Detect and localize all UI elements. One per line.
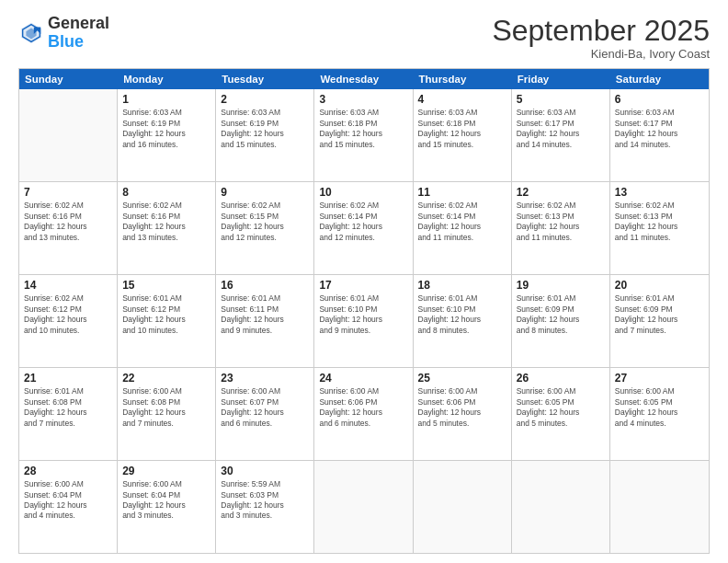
- day-cell-1: 1Sunrise: 6:03 AM Sunset: 6:19 PM Daylig…: [118, 89, 216, 181]
- calendar-week-2: 7Sunrise: 6:02 AM Sunset: 6:16 PM Daylig…: [19, 182, 709, 275]
- day-number: 7: [24, 186, 112, 199]
- logo-general-text: General: [48, 14, 109, 32]
- day-cell-16: 16Sunrise: 6:01 AM Sunset: 6:11 PM Dayli…: [216, 275, 314, 367]
- logo-text: General Blue: [48, 15, 109, 52]
- day-number: 6: [615, 93, 704, 106]
- day-cell-4: 4Sunrise: 6:03 AM Sunset: 6:18 PM Daylig…: [414, 89, 512, 181]
- day-info: Sunrise: 6:00 AM Sunset: 6:04 PM Dayligh…: [122, 479, 210, 522]
- day-number: 29: [122, 465, 210, 477]
- day-number: 11: [418, 186, 506, 199]
- day-info: Sunrise: 6:02 AM Sunset: 6:16 PM Dayligh…: [122, 201, 210, 243]
- day-cell-15: 15Sunrise: 6:01 AM Sunset: 6:12 PM Dayli…: [118, 275, 216, 367]
- day-info: Sunrise: 6:00 AM Sunset: 6:08 PM Dayligh…: [122, 386, 210, 429]
- day-number: 16: [221, 279, 309, 292]
- day-number: 12: [517, 186, 605, 199]
- day-cell-21: 21Sunrise: 6:01 AM Sunset: 6:08 PM Dayli…: [19, 368, 118, 460]
- day-number: 9: [221, 186, 309, 199]
- logo-icon: [18, 20, 44, 46]
- day-number: 3: [319, 93, 407, 106]
- day-info: Sunrise: 6:01 AM Sunset: 6:09 PM Dayligh…: [615, 293, 704, 336]
- header-day-tuesday: Tuesday: [216, 69, 314, 89]
- header-day-monday: Monday: [118, 69, 216, 89]
- day-number: 8: [122, 186, 210, 199]
- logo-blue-text: Blue: [48, 32, 84, 51]
- day-info: Sunrise: 6:03 AM Sunset: 6:18 PM Dayligh…: [319, 108, 407, 150]
- day-info: Sunrise: 6:03 AM Sunset: 6:19 PM Dayligh…: [221, 108, 309, 150]
- day-cell-11: 11Sunrise: 6:02 AM Sunset: 6:14 PM Dayli…: [414, 182, 512, 274]
- day-info: Sunrise: 6:00 AM Sunset: 6:06 PM Dayligh…: [319, 386, 407, 429]
- day-cell-8: 8Sunrise: 6:02 AM Sunset: 6:16 PM Daylig…: [118, 182, 216, 274]
- day-cell-empty: [610, 461, 709, 553]
- day-cell-20: 20Sunrise: 6:01 AM Sunset: 6:09 PM Dayli…: [610, 275, 709, 367]
- page: General Blue September 2025 Kiendi-Ba, I…: [0, 0, 728, 563]
- header: General Blue September 2025 Kiendi-Ba, I…: [18, 15, 710, 61]
- day-cell-2: 2Sunrise: 6:03 AM Sunset: 6:19 PM Daylig…: [216, 89, 314, 181]
- day-cell-14: 14Sunrise: 6:02 AM Sunset: 6:12 PM Dayli…: [19, 275, 118, 367]
- day-cell-7: 7Sunrise: 6:02 AM Sunset: 6:16 PM Daylig…: [19, 182, 118, 274]
- day-info: Sunrise: 6:02 AM Sunset: 6:14 PM Dayligh…: [319, 201, 407, 243]
- month-title: September 2025: [492, 15, 710, 47]
- day-info: Sunrise: 6:00 AM Sunset: 6:07 PM Dayligh…: [221, 386, 309, 429]
- day-number: 17: [319, 279, 407, 292]
- day-info: Sunrise: 6:03 AM Sunset: 6:17 PM Dayligh…: [615, 108, 704, 150]
- day-number: 21: [24, 372, 112, 385]
- day-number: 1: [122, 93, 210, 106]
- calendar-header: SundayMondayTuesdayWednesdayThursdayFrid…: [19, 69, 709, 89]
- header-day-wednesday: Wednesday: [314, 69, 413, 89]
- day-number: 13: [615, 186, 704, 199]
- day-cell-17: 17Sunrise: 6:01 AM Sunset: 6:10 PM Dayli…: [314, 275, 413, 367]
- day-cell-22: 22Sunrise: 6:00 AM Sunset: 6:08 PM Dayli…: [118, 368, 216, 460]
- day-cell-19: 19Sunrise: 6:01 AM Sunset: 6:09 PM Dayli…: [512, 275, 610, 367]
- day-cell-12: 12Sunrise: 6:02 AM Sunset: 6:13 PM Dayli…: [512, 182, 610, 274]
- day-cell-23: 23Sunrise: 6:00 AM Sunset: 6:07 PM Dayli…: [216, 368, 314, 460]
- day-cell-10: 10Sunrise: 6:02 AM Sunset: 6:14 PM Dayli…: [314, 182, 413, 274]
- location-subtitle: Kiendi-Ba, Ivory Coast: [492, 47, 710, 61]
- day-cell-empty: [314, 461, 413, 553]
- day-number: 23: [221, 372, 309, 385]
- day-cell-27: 27Sunrise: 6:00 AM Sunset: 6:05 PM Dayli…: [610, 368, 709, 460]
- day-info: Sunrise: 6:00 AM Sunset: 6:05 PM Dayligh…: [517, 386, 605, 429]
- day-info: Sunrise: 6:02 AM Sunset: 6:16 PM Dayligh…: [24, 201, 112, 243]
- day-number: 4: [418, 93, 506, 106]
- day-info: Sunrise: 6:02 AM Sunset: 6:13 PM Dayligh…: [615, 201, 704, 243]
- day-number: 24: [319, 372, 407, 385]
- day-info: Sunrise: 6:01 AM Sunset: 6:12 PM Dayligh…: [122, 293, 210, 336]
- day-info: Sunrise: 6:02 AM Sunset: 6:14 PM Dayligh…: [418, 201, 506, 243]
- title-block: September 2025 Kiendi-Ba, Ivory Coast: [492, 15, 710, 61]
- day-info: Sunrise: 6:03 AM Sunset: 6:19 PM Dayligh…: [122, 108, 210, 150]
- day-info: Sunrise: 6:01 AM Sunset: 6:08 PM Dayligh…: [24, 386, 112, 429]
- day-number: 20: [615, 279, 704, 292]
- day-cell-9: 9Sunrise: 6:02 AM Sunset: 6:15 PM Daylig…: [216, 182, 314, 274]
- day-cell-25: 25Sunrise: 6:00 AM Sunset: 6:06 PM Dayli…: [414, 368, 512, 460]
- day-number: 28: [24, 465, 112, 477]
- day-info: Sunrise: 6:02 AM Sunset: 6:13 PM Dayligh…: [517, 201, 605, 243]
- day-number: 14: [24, 279, 112, 292]
- day-info: Sunrise: 6:00 AM Sunset: 6:05 PM Dayligh…: [615, 386, 704, 429]
- day-number: 19: [517, 279, 605, 292]
- day-info: Sunrise: 6:01 AM Sunset: 6:10 PM Dayligh…: [319, 293, 407, 336]
- day-number: 18: [418, 279, 506, 292]
- day-number: 30: [221, 465, 309, 477]
- day-info: Sunrise: 6:02 AM Sunset: 6:15 PM Dayligh…: [221, 201, 309, 243]
- day-cell-13: 13Sunrise: 6:02 AM Sunset: 6:13 PM Dayli…: [610, 182, 709, 274]
- day-info: Sunrise: 6:02 AM Sunset: 6:12 PM Dayligh…: [24, 293, 112, 336]
- day-number: 26: [517, 372, 605, 385]
- logo: General Blue: [18, 15, 109, 52]
- day-cell-28: 28Sunrise: 6:00 AM Sunset: 6:04 PM Dayli…: [19, 461, 118, 553]
- day-cell-29: 29Sunrise: 6:00 AM Sunset: 6:04 PM Dayli…: [118, 461, 216, 553]
- day-cell-24: 24Sunrise: 6:00 AM Sunset: 6:06 PM Dayli…: [314, 368, 413, 460]
- day-number: 27: [615, 372, 704, 385]
- day-info: Sunrise: 6:00 AM Sunset: 6:06 PM Dayligh…: [418, 386, 506, 429]
- day-cell-empty: [414, 461, 512, 553]
- day-info: Sunrise: 6:01 AM Sunset: 6:10 PM Dayligh…: [418, 293, 506, 336]
- calendar: SundayMondayTuesdayWednesdayThursdayFrid…: [18, 68, 710, 554]
- day-cell-30: 30Sunrise: 5:59 AM Sunset: 6:03 PM Dayli…: [216, 461, 314, 553]
- day-info: Sunrise: 6:03 AM Sunset: 6:18 PM Dayligh…: [418, 108, 506, 150]
- day-number: 10: [319, 186, 407, 199]
- day-number: 5: [517, 93, 605, 106]
- header-day-friday: Friday: [512, 69, 610, 89]
- day-info: Sunrise: 6:00 AM Sunset: 6:04 PM Dayligh…: [24, 479, 112, 522]
- header-day-sunday: Sunday: [19, 69, 118, 89]
- calendar-week-3: 14Sunrise: 6:02 AM Sunset: 6:12 PM Dayli…: [19, 275, 709, 368]
- calendar-week-4: 21Sunrise: 6:01 AM Sunset: 6:08 PM Dayli…: [19, 368, 709, 461]
